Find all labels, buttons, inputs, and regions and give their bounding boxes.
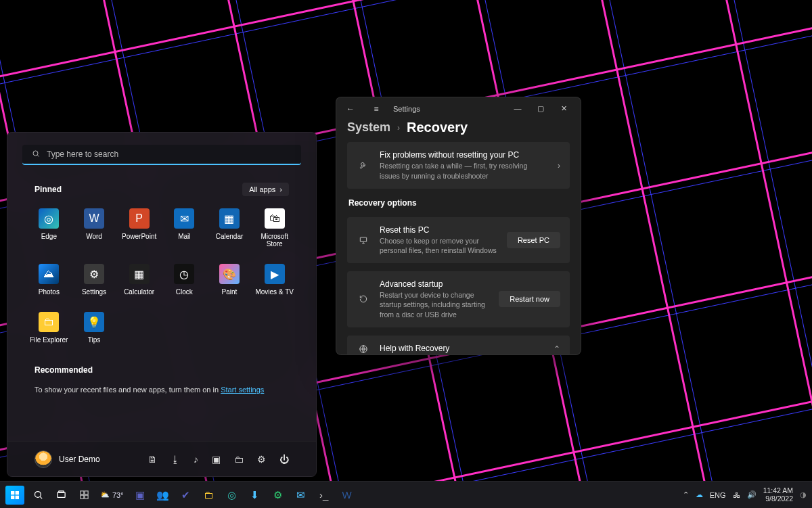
taskbar-search-icon[interactable] xyxy=(28,486,47,505)
fix-sub: Resetting can take a while — first, try … xyxy=(380,161,548,180)
svg-rect-2 xyxy=(360,237,366,241)
svg-rect-5 xyxy=(16,491,19,494)
pinned-app[interactable]: 💡Tips xyxy=(72,308,117,348)
svg-rect-13 xyxy=(85,491,88,494)
taskbar-app-edge[interactable]: ◎ xyxy=(223,486,242,505)
minimize-icon[interactable]: — xyxy=(506,104,529,113)
tray-network-icon[interactable]: 🖧 xyxy=(733,491,740,499)
taskbar-app-people[interactable]: 👥 xyxy=(154,486,173,505)
tray-clock[interactable]: 11:42 AM 9/8/2022 xyxy=(763,487,793,503)
taskbar-app-explorer[interactable]: 🗀 xyxy=(200,486,219,505)
back-icon[interactable]: ← xyxy=(342,104,359,114)
app-label: Calendar xyxy=(216,233,244,240)
explorer-icon[interactable]: 🗀 xyxy=(234,454,244,465)
taskbar-app-todo[interactable]: ✔ xyxy=(177,486,196,505)
pinned-app[interactable]: ◷Clock xyxy=(162,260,207,300)
svg-rect-6 xyxy=(11,495,14,499)
tray-focus-icon[interactable]: ◑ xyxy=(800,490,807,499)
app-label: Edge xyxy=(41,233,57,240)
widgets-icon[interactable] xyxy=(74,486,93,505)
app-icon: 🛍 xyxy=(265,208,285,229)
pinned-app[interactable]: ▦Calendar xyxy=(207,204,252,252)
reset-sub: Choose to keep or remove your personal f… xyxy=(380,236,497,255)
app-icon: ◷ xyxy=(174,264,194,284)
documents-icon[interactable]: 🗎 xyxy=(148,454,157,465)
task-view-icon[interactable] xyxy=(51,486,70,505)
svg-rect-12 xyxy=(80,491,83,494)
fix-problems-card[interactable]: Fix problems without resetting your PC R… xyxy=(347,142,570,188)
pinned-app[interactable]: 🗀File Explorer xyxy=(26,308,72,348)
fix-title: Fix problems without resetting your PC xyxy=(380,150,548,160)
all-apps-button[interactable]: All apps › xyxy=(242,183,289,196)
start-footer: User Demo 🗎 ⭳ ♪ ▣ 🗀 ⚙ ⏻ xyxy=(7,441,316,476)
reset-pc-button[interactable]: Reset PC xyxy=(507,232,560,248)
reset-icon xyxy=(357,235,370,245)
taskbar-app-teams[interactable]: ▣ xyxy=(131,486,150,505)
app-label: Mail xyxy=(178,233,190,240)
music-icon[interactable]: ♪ xyxy=(194,454,198,465)
pinned-app[interactable]: ⚙Settings xyxy=(72,260,117,300)
app-icon: ◎ xyxy=(39,208,59,229)
pinned-app[interactable]: 🛍Microsoft Store xyxy=(252,204,297,252)
app-icon: P xyxy=(129,208,150,229)
taskbar-app-terminal[interactable]: ›_ xyxy=(315,486,334,505)
svg-point-8 xyxy=(35,492,41,498)
advanced-title: Advanced startup xyxy=(380,279,489,289)
pinned-app[interactable]: ◎Edge xyxy=(26,204,72,252)
pinned-app[interactable]: WWord xyxy=(72,204,117,252)
tray-volume-icon[interactable]: 🔊 xyxy=(747,490,757,499)
svg-rect-15 xyxy=(85,495,88,499)
pinned-app[interactable]: ✉Mail xyxy=(162,204,207,252)
globe-icon xyxy=(357,344,370,354)
reset-title: Reset this PC xyxy=(380,225,497,235)
maximize-icon[interactable]: ▢ xyxy=(529,104,552,113)
help-with-recovery-card[interactable]: Help with Recovery ⌃ xyxy=(347,336,570,354)
close-icon[interactable]: ✕ xyxy=(552,104,575,113)
pinned-app[interactable]: PPowerPoint xyxy=(116,204,162,252)
app-icon: W xyxy=(84,208,104,229)
start-search-box[interactable]: Type here to search xyxy=(22,145,301,165)
app-icon: ▦ xyxy=(129,264,150,284)
search-placeholder: Type here to search xyxy=(47,149,118,159)
power-icon[interactable]: ⏻ xyxy=(279,454,289,465)
menu-icon[interactable]: ≡ xyxy=(367,104,385,114)
tray-overflow-icon[interactable]: ⌃ xyxy=(683,490,689,499)
weather-temp: 73° xyxy=(112,491,124,499)
settings-gear-icon[interactable]: ⚙ xyxy=(257,454,266,465)
taskbar-app-settings[interactable]: ⚙ xyxy=(269,486,288,505)
downloads-icon[interactable]: ⭳ xyxy=(171,454,180,465)
taskbar-app-word[interactable]: W xyxy=(338,486,357,505)
restart-now-button[interactable]: Restart now xyxy=(499,291,560,307)
start-settings-link[interactable]: Start settings xyxy=(221,386,264,394)
chevron-right-icon: › xyxy=(279,185,282,193)
app-label: Word xyxy=(86,233,102,240)
taskbar-app-store[interactable]: ⬇ xyxy=(246,486,265,505)
weather-widget[interactable]: ⛅ 73° xyxy=(97,486,127,505)
app-label: Paint xyxy=(222,288,238,296)
breadcrumb-parent[interactable]: System xyxy=(347,120,390,135)
settings-window: ← ≡ Settings — ▢ ✕ System › Recovery Fix… xyxy=(336,97,581,355)
tray-lang[interactable]: ENG xyxy=(710,491,726,499)
advanced-sub: Restart your device to change startup se… xyxy=(380,290,489,319)
system-tray: ⌃ ☁ ENG 🖧 🔊 11:42 AM 9/8/2022 ◑ xyxy=(683,487,807,503)
user-name: User Demo xyxy=(59,455,100,464)
pinned-app[interactable]: 🎨Paint xyxy=(207,260,252,300)
wrench-icon xyxy=(357,161,370,170)
tray-time: 11:42 AM xyxy=(763,487,793,495)
user-account-button[interactable]: User Demo xyxy=(35,451,100,468)
start-button[interactable] xyxy=(5,486,24,505)
pinned-app[interactable]: ⛰Photos xyxy=(26,260,72,300)
taskbar-app-mail[interactable]: ✉ xyxy=(292,486,311,505)
pictures-icon[interactable]: ▣ xyxy=(212,454,221,465)
app-icon: ✉ xyxy=(174,208,194,229)
tray-onedrive-icon[interactable]: ☁ xyxy=(696,490,703,499)
titlebar: ← ≡ Settings — ▢ ✕ xyxy=(336,97,581,120)
pinned-app[interactable]: ▦Calculator xyxy=(116,260,162,300)
taskbar: ⛅ 73° ▣ 👥 ✔ 🗀 ◎ ⬇ ⚙ ✉ ›_ W ⌃ ☁ ENG 🖧 🔊 1… xyxy=(0,481,812,508)
app-label: Photos xyxy=(39,288,60,296)
pinned-app[interactable]: ▶Movies & TV xyxy=(252,260,297,300)
svg-rect-4 xyxy=(11,491,14,494)
recommended-text: To show your recent files and new apps, … xyxy=(7,382,316,394)
svg-rect-14 xyxy=(80,495,83,499)
svg-point-0 xyxy=(33,151,38,156)
